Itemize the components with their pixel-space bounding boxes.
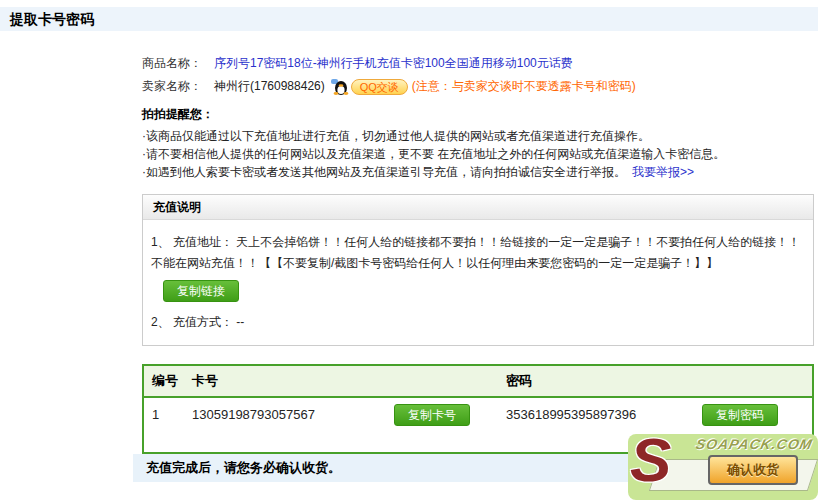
card-table-header: 编号 卡号 密码 [144, 366, 812, 398]
cell-no: 1 [152, 407, 192, 422]
reminder-line-1: ·该商品仅能通过以下充值地址进行充值，切勿通过他人提供的网站或者充值渠道进行充值… [142, 127, 816, 145]
recharge-address-text: 1、 充值地址： 天上不会掉馅饼！！任何人给的链接都不要拍！！给链接的一定一定是… [151, 232, 801, 274]
recharge-box-title: 充值说明 [143, 195, 813, 220]
product-name-link[interactable]: 序列号17密码18位-神州行手机充值卡密100全国通用移动100元话费 [214, 55, 573, 72]
page-header: 提取卡号密码 [0, 7, 818, 31]
product-label: 商品名称： [142, 55, 214, 72]
copy-link-button[interactable]: 复制链接 [163, 280, 239, 302]
watermark-logo: S [630, 434, 671, 495]
header-card: 卡号 [192, 372, 506, 390]
watermark-brand-text: SOAPACK.COM [695, 436, 815, 452]
reminder-section: 拍拍提醒您： ·该商品仅能通过以下充值地址进行充值，切勿通过他人提供的网站或者充… [142, 106, 816, 181]
qq-chat-label: QQ交谈 [351, 79, 408, 95]
seller-row: 卖家名称： 神州行(1760988426) QQ交谈 (注意：与卖家交谈时不要透… [142, 75, 816, 98]
header-password: 密码 [506, 372, 812, 390]
reminder-line-3-text: ·如遇到他人索要卡密或者发送其他网站及充值渠道引导充值，请向拍拍诚信安全进行举报… [142, 165, 626, 179]
main-content: 商品名称： 序列号17密码18位-神州行手机充值卡密100全国通用移动100元话… [142, 52, 816, 454]
cell-password: 353618995395897396 [506, 407, 702, 422]
report-link[interactable]: 我要举报>> [632, 165, 694, 179]
page-title: 提取卡号密码 [0, 7, 818, 31]
watermark-overlay: S SOAPACK.COM 确认收货 [628, 434, 818, 500]
recharge-info-box: 充值说明 1、 充值地址： 天上不会掉馅饼！！任何人给的链接都不要拍！！给链接的… [142, 194, 814, 346]
product-row: 商品名称： 序列号17密码18位-神州行手机充值卡密100全国通用移动100元话… [142, 52, 816, 75]
seller-label: 卖家名称： [142, 78, 214, 95]
reminder-line-2: ·请不要相信他人提供的任何网站以及充值渠道，更不要 在充值地址之外的任何网站或充… [142, 145, 816, 163]
header-no: 编号 [152, 372, 192, 390]
qq-chat-button[interactable]: QQ交谈 [331, 79, 408, 95]
confirm-receipt-button[interactable]: 确认收货 [708, 455, 798, 485]
reminder-line-3: ·如遇到他人索要卡密或者发送其他网站及充值渠道引导充值，请向拍拍诚信安全进行举报… [142, 163, 816, 181]
seller-warning-text: (注意：与卖家交谈时不要透露卡号和密码) [412, 78, 636, 95]
seller-name: 神州行(1760988426) [214, 78, 325, 95]
recharge-method-text: 2、 充值方式： -- [151, 314, 801, 331]
cell-card-number: 13059198793057567 [192, 407, 394, 422]
copy-card-button[interactable]: 复制卡号 [394, 404, 470, 426]
recharge-box-body: 1、 充值地址： 天上不会掉馅饼！！任何人给的链接都不要拍！！给链接的一定一定是… [143, 220, 813, 345]
qq-penguin-icon [331, 79, 349, 95]
reminder-title: 拍拍提醒您： [142, 106, 816, 123]
copy-password-button[interactable]: 复制密码 [702, 404, 778, 426]
